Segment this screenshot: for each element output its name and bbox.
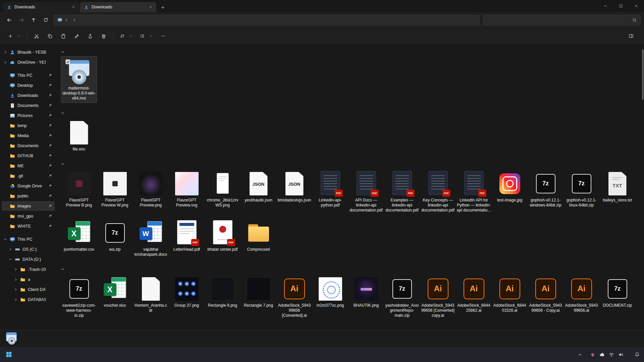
- tab-close-button[interactable]: [70, 4, 76, 10]
- file-tile[interactable]: gophish-v0.12.1-windows-64bit.zip: [528, 168, 564, 215]
- search-input[interactable]: [487, 17, 632, 22]
- group-header[interactable]: [61, 160, 641, 168]
- sidebar-item[interactable]: Downloads: [2, 90, 55, 100]
- close-button[interactable]: [629, 0, 644, 12]
- file-tile[interactable]: yesbhautik.json: [240, 168, 276, 215]
- file-tile[interactable]: Key Concepts — linkedin-api documentatio…: [420, 168, 456, 215]
- file-tile[interactable]: brindadesings.json: [276, 168, 312, 215]
- file-tile[interactable]: DOCUMENT.zip: [599, 274, 635, 320]
- sidebar-item[interactable]: This PC: [2, 234, 55, 244]
- sidebar-item[interactable]: ME: [2, 161, 55, 171]
- file-tile[interactable]: Homem_Aranha.cdr: [133, 274, 169, 320]
- tray-expand-chevron-icon[interactable]: [577, 352, 583, 358]
- file-tile[interactable]: AdobeStock_594399656.ai: [564, 274, 599, 320]
- file-tile[interactable]: AdobeStock_594399656 [Converted].ai: [276, 274, 312, 320]
- file-tile[interactable]: Linkedin-api-python.pdf: [312, 168, 348, 215]
- volume-icon[interactable]: [618, 352, 624, 358]
- selection-checkbox[interactable]: [65, 59, 70, 64]
- refresh-button[interactable]: [40, 15, 52, 25]
- file-tile[interactable]: m2m377xc.png: [312, 274, 348, 320]
- maximize-button[interactable]: [613, 0, 629, 12]
- delete-button[interactable]: [97, 31, 110, 42]
- sidebar-item[interactable]: .git: [2, 171, 55, 181]
- file-tile[interactable]: Rectangle 6.png: [205, 274, 240, 320]
- search-box[interactable]: [483, 15, 641, 25]
- sidebar-item[interactable]: Documents: [2, 101, 55, 110]
- file-tile[interactable]: jsonformatter.csv: [61, 218, 97, 259]
- up-button[interactable]: [28, 15, 40, 25]
- file-tile[interactable]: BHAUTIK.png: [348, 274, 384, 320]
- sidebar-item[interactable]: Desktop: [2, 80, 55, 90]
- file-tile[interactable]: Examples — linkedin-api documentation.pd…: [384, 168, 420, 215]
- sidebar-item[interactable]: images: [2, 201, 55, 211]
- file-tile[interactable]: wa.zip: [97, 218, 133, 259]
- new-button[interactable]: [5, 31, 24, 42]
- file-tile[interactable]: Compressed: [240, 218, 276, 259]
- file-tile[interactable]: file.enc: [61, 117, 97, 154]
- sidebar-item[interactable]: Pictures: [2, 111, 55, 120]
- file-tile[interactable]: baileys_store.txt: [599, 168, 635, 215]
- file-tile[interactable]: Group 37.png: [169, 274, 205, 320]
- copy-button[interactable]: [44, 31, 56, 42]
- start-button[interactable]: [2, 348, 15, 361]
- sidebar-item[interactable]: WHITE: [2, 221, 55, 231]
- file-tile[interactable]: mattermost-desktop-5.9.0-win-x64.msi: [61, 56, 97, 103]
- file-tile[interactable]: yashvidotdev_AssignmentRepo-main.zip: [384, 274, 420, 320]
- file-tile[interactable]: LinkedIn API for Python — linkedin-api d…: [456, 168, 492, 215]
- sidebar-item[interactable]: Media: [2, 131, 55, 140]
- paste-button[interactable]: [57, 31, 70, 42]
- file-tile[interactable]: AdobeStock_684425862.ai: [456, 274, 492, 320]
- new-tab-button[interactable]: [158, 3, 168, 12]
- group-header[interactable]: [61, 48, 641, 56]
- sidebar-item[interactable]: OneDrive - YESE: [2, 57, 55, 67]
- sort-button[interactable]: [116, 31, 136, 42]
- explorer-tab[interactable]: Downloads: [80, 2, 156, 12]
- notification-bell-icon[interactable]: [634, 352, 640, 358]
- onedrive-cloud-icon[interactable]: [599, 352, 605, 358]
- sidebar-item[interactable]: temp: [2, 121, 55, 130]
- sidebar-item[interactable]: DATABASE: [12, 295, 55, 304]
- file-tile[interactable]: FlavorGPT Preview.svg: [169, 168, 205, 215]
- file-tile[interactable]: AdobeStock_594399656 [Converted] copy.ai: [420, 274, 456, 320]
- minimize-button[interactable]: [598, 0, 613, 12]
- share-button[interactable]: [84, 31, 97, 42]
- file-tile[interactable]: Rectangle 7.png: [240, 274, 276, 320]
- sidebar-item[interactable]: Google Drive: [2, 181, 55, 191]
- back-button[interactable]: [3, 15, 15, 25]
- forward-button[interactable]: [15, 15, 28, 25]
- sidebar-item[interactable]: public: [2, 191, 55, 201]
- cut-button[interactable]: [30, 31, 43, 42]
- file-tile[interactable]: bhatar center.pdf: [205, 218, 240, 259]
- file-tile[interactable]: FlavorGPT Preview.png: [133, 168, 169, 215]
- address-bar[interactable]: [54, 15, 480, 25]
- sidebar-item[interactable]: GITHUB: [2, 151, 55, 161]
- file-tile[interactable]: chrome_J8sk1zrvWS.png: [205, 168, 240, 215]
- group-header[interactable]: [61, 109, 641, 117]
- sidebar-item[interactable]: .Trash-1000: [12, 264, 55, 274]
- file-tile[interactable]: vajubhai krishanapark.docx: [133, 218, 169, 259]
- sidebar-item[interactable]: Client DATA: [12, 285, 55, 294]
- file-tile[interactable]: LetterHead.pdf: [169, 218, 205, 259]
- group-header[interactable]: [61, 265, 641, 274]
- details-pane-button[interactable]: [625, 31, 639, 42]
- file-tile[interactable]: AdobeStock_594399656 - Copy.ai: [528, 274, 564, 320]
- sidebar-item[interactable]: Documents: [2, 141, 55, 150]
- sidebar-item[interactable]: a: [12, 275, 55, 284]
- file-tile[interactable]: FlavorGPT Preview W.png: [97, 168, 133, 215]
- sidebar-item[interactable]: This PC: [2, 70, 55, 80]
- sidebar-item[interactable]: OS (C:): [7, 244, 55, 254]
- file-tile[interactable]: saveweb2zip-com-www-harness-io.zip: [61, 274, 97, 320]
- wifi-icon[interactable]: [608, 352, 614, 358]
- rename-button[interactable]: [70, 31, 83, 42]
- file-tile[interactable]: voucher.xlsx: [97, 274, 133, 320]
- sidebar-item[interactable]: DATA (D:): [7, 254, 55, 264]
- tab-close-button[interactable]: [148, 4, 154, 10]
- scrollbar[interactable]: [642, 49, 644, 100]
- file-tile[interactable]: FlavorGPT Preview B.png: [61, 168, 97, 215]
- file-tile[interactable]: AdobeStock_684401528.ai: [492, 274, 528, 320]
- more-options-button[interactable]: [157, 31, 169, 42]
- explorer-tab[interactable]: Downloads: [3, 2, 79, 12]
- file-tile[interactable]: gophish-v0.12.1-linux-64bit.zip: [564, 168, 599, 215]
- sidebar-item[interactable]: msi_gpo: [2, 211, 55, 221]
- paw-app-icon[interactable]: [590, 352, 596, 358]
